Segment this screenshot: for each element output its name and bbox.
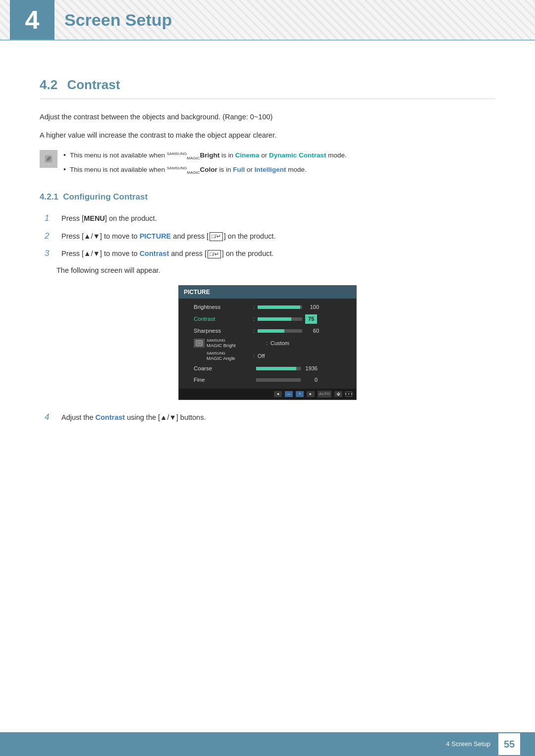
screen-row-coarse: Coarse 1936 <box>179 363 356 374</box>
magic-bright-icon <box>194 339 205 348</box>
magic-bright-label: SAMSUNGMAGICBright <box>167 151 219 161</box>
screen-title: PICTURE <box>179 286 356 299</box>
note-box: This menu is not available when SAMSUNGM… <box>40 150 495 178</box>
step-3: 3 Press [▲/▼] to move to Contrast and pr… <box>45 247 495 260</box>
note-icon <box>40 150 57 168</box>
chapter-header-bg: 4 Screen Setup <box>0 0 535 40</box>
note-item-2: This menu is not available when SAMSUNGM… <box>63 164 495 176</box>
chapter-title: Screen Setup <box>64 7 172 33</box>
step-4: 4 Adjust the Contrast using the [▲/▼] bu… <box>45 411 495 424</box>
svg-rect-2 <box>197 342 201 345</box>
screen-controls: ◄ — + ► AUTO ⏻ ▼▼▼ <box>179 389 356 400</box>
page-footer: 4 Screen Setup 55 <box>0 732 535 756</box>
screen-row-contrast: Contrast : 75 <box>179 313 356 325</box>
screen-row-brightness: Brightness : 100 <box>179 302 356 313</box>
steps-list: 1 Press [MENU] on the product. 2 Press [… <box>45 212 495 260</box>
screen-row-magic-angle: SAMSUNG MAGIC Angle : Off <box>179 350 356 362</box>
footer-section-label: 4 Screen Setup <box>446 739 490 749</box>
chapter-number: 4 <box>10 0 54 40</box>
screen-mockup-container: PICTURE Brightness : 100 Contras <box>40 285 495 400</box>
chapter-header: 4 Screen Setup <box>0 0 535 41</box>
ctrl-left: ◄ <box>274 391 282 397</box>
body-text-2: A higher value will increase the contras… <box>40 130 495 141</box>
section-heading: 4.2 Contrast <box>40 75 495 99</box>
note-content: This menu is not available when SAMSUNGM… <box>63 150 495 178</box>
footer-page-number: 55 <box>498 733 520 755</box>
magic-color-label: SAMSUNGMAGICColor <box>167 165 217 176</box>
screen-row-sharpness: Sharpness : 60 <box>179 325 356 337</box>
main-content: 4.2 Contrast Adjust the contrast between… <box>0 60 535 478</box>
step-4-list: 4 Adjust the Contrast using the [▲/▼] bu… <box>45 411 495 424</box>
body-text-1: Adjust the contrast between the objects … <box>40 111 495 123</box>
note-item-1: This menu is not available when SAMSUNGM… <box>63 150 495 161</box>
ctrl-auto: AUTO <box>318 391 331 398</box>
ctrl-down-arrows: ▼▼▼ <box>345 392 352 397</box>
screen-mockup: PICTURE Brightness : 100 Contras <box>178 285 357 400</box>
step-1: 1 Press [MENU] on the product. <box>45 212 495 225</box>
screen-row-fine: Fine 0 <box>179 374 356 386</box>
step-3-subtext: The following screen will appear. <box>56 265 495 276</box>
screen-row-magic-bright: SAMSUNG MAGIC Bright : Custom <box>179 337 356 350</box>
subsection-heading: 4.2.1 Configuring Contrast <box>40 191 495 203</box>
step-2: 2 Press [▲/▼] to move to PICTURE and pre… <box>45 230 495 243</box>
ctrl-minus: — <box>285 391 293 397</box>
screen-body: Brightness : 100 Contrast : <box>179 299 356 389</box>
ctrl-power: ⏻ <box>334 391 342 397</box>
ctrl-enter: ► <box>307 391 315 397</box>
ctrl-plus: + <box>296 391 304 397</box>
